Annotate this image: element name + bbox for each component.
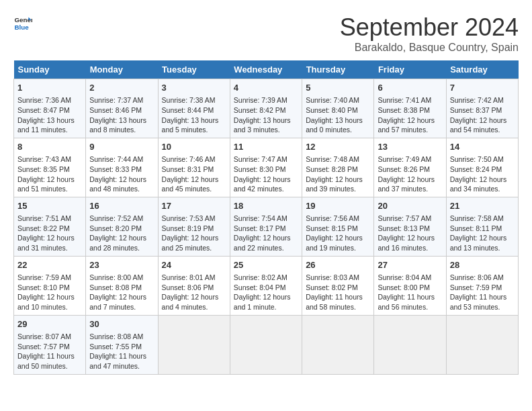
calendar-cell: 10Sunrise: 7:46 AMSunset: 8:31 PMDayligh… bbox=[158, 138, 230, 197]
col-sunday: Sunday bbox=[14, 60, 86, 79]
sunrise-text: Sunrise: 7:37 AM bbox=[89, 96, 143, 104]
day-number: 13 bbox=[378, 141, 442, 153]
daylight-text: Daylight: 12 hours and 16 minutes. bbox=[378, 234, 435, 252]
sunset-text: Sunset: 8:04 PM bbox=[234, 283, 286, 291]
calendar-table: Sunday Monday Tuesday Wednesday Thursday… bbox=[13, 60, 519, 375]
calendar-cell: 3Sunrise: 7:38 AMSunset: 8:44 PMDaylight… bbox=[158, 79, 230, 138]
calendar-cell: 15Sunrise: 7:51 AMSunset: 8:22 PMDayligh… bbox=[14, 197, 86, 256]
day-number: 22 bbox=[17, 259, 82, 271]
daylight-text: Daylight: 11 hours and 50 minutes. bbox=[17, 352, 75, 370]
day-number: 16 bbox=[89, 200, 154, 212]
sunset-text: Sunset: 8:06 PM bbox=[162, 283, 214, 291]
calendar-cell: 2Sunrise: 7:37 AMSunset: 8:46 PMDaylight… bbox=[86, 79, 158, 138]
calendar-cell: 26Sunrise: 8:03 AMSunset: 8:02 PMDayligh… bbox=[302, 256, 374, 315]
sunrise-text: Sunrise: 7:50 AM bbox=[450, 155, 504, 163]
calendar-cell: 27Sunrise: 8:04 AMSunset: 8:00 PMDayligh… bbox=[374, 256, 446, 315]
sunset-text: Sunset: 8:35 PM bbox=[17, 165, 70, 173]
col-saturday: Saturday bbox=[446, 60, 518, 79]
day-number: 2 bbox=[89, 82, 154, 94]
calendar-cell: 1Sunrise: 7:36 AMSunset: 8:47 PMDaylight… bbox=[14, 79, 86, 138]
sunrise-text: Sunrise: 8:07 AM bbox=[17, 332, 71, 340]
sunrise-text: Sunrise: 8:00 AM bbox=[89, 273, 143, 281]
sunrise-text: Sunrise: 7:43 AM bbox=[17, 155, 71, 163]
calendar-cell bbox=[374, 315, 446, 374]
calendar-cell: 22Sunrise: 7:59 AMSunset: 8:10 PMDayligh… bbox=[14, 256, 86, 315]
sunrise-text: Sunrise: 7:57 AM bbox=[378, 214, 431, 222]
daylight-text: Daylight: 12 hours and 42 minutes. bbox=[234, 175, 291, 193]
calendar-cell: 23Sunrise: 8:00 AMSunset: 8:08 PMDayligh… bbox=[86, 256, 158, 315]
calendar-cell: 28Sunrise: 8:06 AMSunset: 7:59 PMDayligh… bbox=[446, 256, 518, 315]
day-number: 30 bbox=[89, 318, 154, 330]
calendar-cell: 19Sunrise: 7:56 AMSunset: 8:15 PMDayligh… bbox=[302, 197, 374, 256]
calendar-cell: 11Sunrise: 7:47 AMSunset: 8:30 PMDayligh… bbox=[230, 138, 302, 197]
daylight-text: Daylight: 12 hours and 10 minutes. bbox=[17, 293, 75, 311]
sunset-text: Sunset: 8:15 PM bbox=[306, 224, 358, 232]
sunset-text: Sunset: 8:02 PM bbox=[306, 283, 358, 291]
daylight-text: Daylight: 12 hours and 34 minutes. bbox=[450, 175, 507, 193]
calendar-cell bbox=[230, 315, 302, 374]
calendar-cell: 8Sunrise: 7:43 AMSunset: 8:35 PMDaylight… bbox=[14, 138, 86, 197]
location-subtitle: Barakaldo, Basque Country, Spain bbox=[340, 42, 519, 54]
day-number: 29 bbox=[17, 318, 82, 330]
daylight-text: Daylight: 12 hours and 4 minutes. bbox=[162, 293, 219, 311]
sunset-text: Sunset: 8:19 PM bbox=[162, 224, 214, 232]
calendar-row: 8Sunrise: 7:43 AMSunset: 8:35 PMDaylight… bbox=[14, 138, 519, 197]
sunrise-text: Sunrise: 7:46 AM bbox=[162, 155, 216, 163]
calendar-cell: 9Sunrise: 7:44 AMSunset: 8:33 PMDaylight… bbox=[86, 138, 158, 197]
col-tuesday: Tuesday bbox=[158, 60, 230, 79]
sunset-text: Sunset: 8:38 PM bbox=[378, 106, 430, 114]
calendar-cell: 21Sunrise: 7:58 AMSunset: 8:11 PMDayligh… bbox=[446, 197, 518, 256]
calendar-cell bbox=[446, 315, 518, 374]
calendar-cell bbox=[302, 315, 374, 374]
daylight-text: Daylight: 12 hours and 39 minutes. bbox=[306, 175, 363, 193]
sunset-text: Sunset: 8:33 PM bbox=[89, 165, 142, 173]
svg-text:Blue: Blue bbox=[14, 24, 29, 31]
sunset-text: Sunset: 8:22 PM bbox=[17, 224, 70, 232]
calendar-cell: 14Sunrise: 7:50 AMSunset: 8:24 PMDayligh… bbox=[446, 138, 518, 197]
day-number: 24 bbox=[162, 259, 226, 271]
day-number: 15 bbox=[17, 200, 82, 212]
calendar-cell: 4Sunrise: 7:39 AMSunset: 8:42 PMDaylight… bbox=[230, 79, 302, 138]
day-number: 12 bbox=[306, 141, 370, 153]
calendar-cell: 5Sunrise: 7:40 AMSunset: 8:40 PMDaylight… bbox=[302, 79, 374, 138]
calendar-row: 22Sunrise: 7:59 AMSunset: 8:10 PMDayligh… bbox=[14, 256, 519, 315]
sunset-text: Sunset: 8:24 PM bbox=[450, 165, 502, 173]
sunset-text: Sunset: 8:11 PM bbox=[450, 224, 502, 232]
sunrise-text: Sunrise: 7:58 AM bbox=[450, 214, 504, 222]
logo-icon: General Blue bbox=[13, 13, 32, 32]
sunset-text: Sunset: 7:55 PM bbox=[89, 342, 142, 351]
day-number: 25 bbox=[234, 259, 298, 271]
calendar-cell: 12Sunrise: 7:48 AMSunset: 8:28 PMDayligh… bbox=[302, 138, 374, 197]
calendar-cell: 13Sunrise: 7:49 AMSunset: 8:26 PMDayligh… bbox=[374, 138, 446, 197]
daylight-text: Daylight: 12 hours and 48 minutes. bbox=[89, 175, 146, 193]
sunset-text: Sunset: 8:37 PM bbox=[450, 106, 502, 114]
sunset-text: Sunset: 8:28 PM bbox=[306, 165, 358, 173]
daylight-text: Daylight: 13 hours and 11 minutes. bbox=[17, 116, 75, 134]
day-number: 9 bbox=[89, 141, 154, 153]
sunrise-text: Sunrise: 7:41 AM bbox=[378, 96, 431, 104]
day-number: 4 bbox=[234, 82, 298, 94]
calendar-cell: 25Sunrise: 8:02 AMSunset: 8:04 PMDayligh… bbox=[230, 256, 302, 315]
header: General Blue September 2024 Barakaldo, B… bbox=[13, 13, 519, 54]
day-number: 3 bbox=[162, 82, 226, 94]
sunrise-text: Sunrise: 7:36 AM bbox=[17, 96, 71, 104]
daylight-text: Daylight: 13 hours and 8 minutes. bbox=[89, 116, 146, 134]
sunrise-text: Sunrise: 7:53 AM bbox=[162, 214, 216, 222]
sunrise-text: Sunrise: 7:56 AM bbox=[306, 214, 359, 222]
calendar-cell: 6Sunrise: 7:41 AMSunset: 8:38 PMDaylight… bbox=[374, 79, 446, 138]
calendar-cell bbox=[158, 315, 230, 374]
day-number: 5 bbox=[306, 82, 370, 94]
day-number: 23 bbox=[89, 259, 154, 271]
calendar-cell: 30Sunrise: 8:08 AMSunset: 7:55 PMDayligh… bbox=[86, 315, 158, 374]
daylight-text: Daylight: 12 hours and 51 minutes. bbox=[17, 175, 75, 193]
daylight-text: Daylight: 12 hours and 13 minutes. bbox=[450, 234, 507, 252]
month-title: September 2024 bbox=[340, 13, 519, 42]
sunrise-text: Sunrise: 7:39 AM bbox=[234, 96, 287, 104]
day-number: 11 bbox=[234, 141, 298, 153]
daylight-text: Daylight: 12 hours and 45 minutes. bbox=[162, 175, 219, 193]
day-number: 21 bbox=[450, 200, 515, 212]
sunset-text: Sunset: 8:17 PM bbox=[234, 224, 286, 232]
day-number: 8 bbox=[17, 141, 82, 153]
sunrise-text: Sunrise: 7:38 AM bbox=[162, 96, 216, 104]
sunrise-text: Sunrise: 7:49 AM bbox=[378, 155, 431, 163]
